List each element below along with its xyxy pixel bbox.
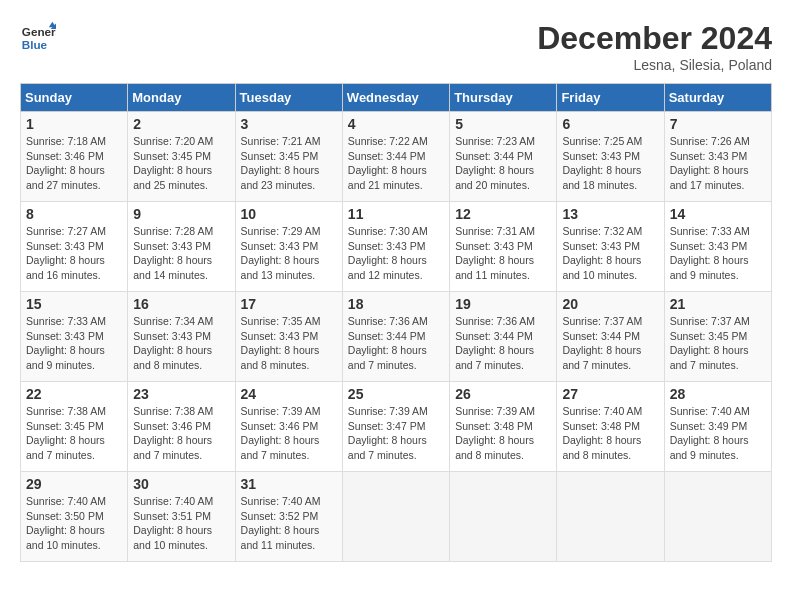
table-row (557, 472, 664, 562)
table-row: 11Sunrise: 7:30 AM Sunset: 3:43 PM Dayli… (342, 202, 449, 292)
logo: General Blue (20, 20, 56, 56)
calendar-table: Sunday Monday Tuesday Wednesday Thursday… (20, 83, 772, 562)
day-info: Sunrise: 7:40 AM Sunset: 3:48 PM Dayligh… (562, 404, 658, 463)
table-row: 16Sunrise: 7:34 AM Sunset: 3:43 PM Dayli… (128, 292, 235, 382)
table-row: 6Sunrise: 7:25 AM Sunset: 3:43 PM Daylig… (557, 112, 664, 202)
table-row: 26Sunrise: 7:39 AM Sunset: 3:48 PM Dayli… (450, 382, 557, 472)
table-row: 8Sunrise: 7:27 AM Sunset: 3:43 PM Daylig… (21, 202, 128, 292)
table-row (342, 472, 449, 562)
day-number: 19 (455, 296, 551, 312)
day-number: 7 (670, 116, 766, 132)
table-row: 2Sunrise: 7:20 AM Sunset: 3:45 PM Daylig… (128, 112, 235, 202)
day-number: 10 (241, 206, 337, 222)
day-info: Sunrise: 7:40 AM Sunset: 3:49 PM Dayligh… (670, 404, 766, 463)
day-number: 16 (133, 296, 229, 312)
day-number: 3 (241, 116, 337, 132)
day-number: 28 (670, 386, 766, 402)
day-info: Sunrise: 7:36 AM Sunset: 3:44 PM Dayligh… (455, 314, 551, 373)
day-number: 25 (348, 386, 444, 402)
day-number: 26 (455, 386, 551, 402)
calendar-week-row: 29Sunrise: 7:40 AM Sunset: 3:50 PM Dayli… (21, 472, 772, 562)
table-row: 24Sunrise: 7:39 AM Sunset: 3:46 PM Dayli… (235, 382, 342, 472)
col-sunday: Sunday (21, 84, 128, 112)
col-friday: Friday (557, 84, 664, 112)
table-row: 5Sunrise: 7:23 AM Sunset: 3:44 PM Daylig… (450, 112, 557, 202)
title-block: December 2024 Lesna, Silesia, Poland (537, 20, 772, 73)
table-row: 20Sunrise: 7:37 AM Sunset: 3:44 PM Dayli… (557, 292, 664, 382)
location-subtitle: Lesna, Silesia, Poland (537, 57, 772, 73)
table-row (664, 472, 771, 562)
day-number: 17 (241, 296, 337, 312)
day-info: Sunrise: 7:26 AM Sunset: 3:43 PM Dayligh… (670, 134, 766, 193)
calendar-header-row: Sunday Monday Tuesday Wednesday Thursday… (21, 84, 772, 112)
table-row: 25Sunrise: 7:39 AM Sunset: 3:47 PM Dayli… (342, 382, 449, 472)
page-header: General Blue December 2024 Lesna, Silesi… (20, 20, 772, 73)
day-info: Sunrise: 7:32 AM Sunset: 3:43 PM Dayligh… (562, 224, 658, 283)
col-monday: Monday (128, 84, 235, 112)
day-number: 6 (562, 116, 658, 132)
day-number: 27 (562, 386, 658, 402)
day-number: 31 (241, 476, 337, 492)
day-info: Sunrise: 7:35 AM Sunset: 3:43 PM Dayligh… (241, 314, 337, 373)
table-row: 1Sunrise: 7:18 AM Sunset: 3:46 PM Daylig… (21, 112, 128, 202)
day-number: 11 (348, 206, 444, 222)
day-info: Sunrise: 7:36 AM Sunset: 3:44 PM Dayligh… (348, 314, 444, 373)
day-info: Sunrise: 7:40 AM Sunset: 3:52 PM Dayligh… (241, 494, 337, 553)
calendar-week-row: 15Sunrise: 7:33 AM Sunset: 3:43 PM Dayli… (21, 292, 772, 382)
day-number: 18 (348, 296, 444, 312)
calendar-week-row: 8Sunrise: 7:27 AM Sunset: 3:43 PM Daylig… (21, 202, 772, 292)
logo-icon: General Blue (20, 20, 56, 56)
day-number: 15 (26, 296, 122, 312)
day-info: Sunrise: 7:22 AM Sunset: 3:44 PM Dayligh… (348, 134, 444, 193)
table-row: 14Sunrise: 7:33 AM Sunset: 3:43 PM Dayli… (664, 202, 771, 292)
table-row: 15Sunrise: 7:33 AM Sunset: 3:43 PM Dayli… (21, 292, 128, 382)
day-info: Sunrise: 7:38 AM Sunset: 3:46 PM Dayligh… (133, 404, 229, 463)
day-number: 2 (133, 116, 229, 132)
day-number: 1 (26, 116, 122, 132)
col-wednesday: Wednesday (342, 84, 449, 112)
day-number: 5 (455, 116, 551, 132)
calendar-week-row: 1Sunrise: 7:18 AM Sunset: 3:46 PM Daylig… (21, 112, 772, 202)
day-info: Sunrise: 7:25 AM Sunset: 3:43 PM Dayligh… (562, 134, 658, 193)
day-info: Sunrise: 7:33 AM Sunset: 3:43 PM Dayligh… (670, 224, 766, 283)
table-row: 21Sunrise: 7:37 AM Sunset: 3:45 PM Dayli… (664, 292, 771, 382)
table-row: 30Sunrise: 7:40 AM Sunset: 3:51 PM Dayli… (128, 472, 235, 562)
day-info: Sunrise: 7:20 AM Sunset: 3:45 PM Dayligh… (133, 134, 229, 193)
col-thursday: Thursday (450, 84, 557, 112)
day-number: 8 (26, 206, 122, 222)
day-number: 24 (241, 386, 337, 402)
day-number: 29 (26, 476, 122, 492)
table-row: 31Sunrise: 7:40 AM Sunset: 3:52 PM Dayli… (235, 472, 342, 562)
col-saturday: Saturday (664, 84, 771, 112)
svg-text:Blue: Blue (22, 38, 48, 51)
day-number: 4 (348, 116, 444, 132)
day-info: Sunrise: 7:21 AM Sunset: 3:45 PM Dayligh… (241, 134, 337, 193)
day-number: 20 (562, 296, 658, 312)
col-tuesday: Tuesday (235, 84, 342, 112)
day-info: Sunrise: 7:40 AM Sunset: 3:51 PM Dayligh… (133, 494, 229, 553)
day-info: Sunrise: 7:28 AM Sunset: 3:43 PM Dayligh… (133, 224, 229, 283)
table-row: 22Sunrise: 7:38 AM Sunset: 3:45 PM Dayli… (21, 382, 128, 472)
day-info: Sunrise: 7:31 AM Sunset: 3:43 PM Dayligh… (455, 224, 551, 283)
day-info: Sunrise: 7:37 AM Sunset: 3:44 PM Dayligh… (562, 314, 658, 373)
day-info: Sunrise: 7:39 AM Sunset: 3:47 PM Dayligh… (348, 404, 444, 463)
table-row: 12Sunrise: 7:31 AM Sunset: 3:43 PM Dayli… (450, 202, 557, 292)
calendar-week-row: 22Sunrise: 7:38 AM Sunset: 3:45 PM Dayli… (21, 382, 772, 472)
month-title: December 2024 (537, 20, 772, 57)
day-number: 9 (133, 206, 229, 222)
day-number: 22 (26, 386, 122, 402)
table-row: 28Sunrise: 7:40 AM Sunset: 3:49 PM Dayli… (664, 382, 771, 472)
day-number: 13 (562, 206, 658, 222)
day-info: Sunrise: 7:23 AM Sunset: 3:44 PM Dayligh… (455, 134, 551, 193)
day-number: 14 (670, 206, 766, 222)
table-row: 10Sunrise: 7:29 AM Sunset: 3:43 PM Dayli… (235, 202, 342, 292)
table-row: 19Sunrise: 7:36 AM Sunset: 3:44 PM Dayli… (450, 292, 557, 382)
day-info: Sunrise: 7:33 AM Sunset: 3:43 PM Dayligh… (26, 314, 122, 373)
day-info: Sunrise: 7:18 AM Sunset: 3:46 PM Dayligh… (26, 134, 122, 193)
table-row: 9Sunrise: 7:28 AM Sunset: 3:43 PM Daylig… (128, 202, 235, 292)
table-row: 13Sunrise: 7:32 AM Sunset: 3:43 PM Dayli… (557, 202, 664, 292)
day-info: Sunrise: 7:37 AM Sunset: 3:45 PM Dayligh… (670, 314, 766, 373)
day-info: Sunrise: 7:27 AM Sunset: 3:43 PM Dayligh… (26, 224, 122, 283)
day-info: Sunrise: 7:40 AM Sunset: 3:50 PM Dayligh… (26, 494, 122, 553)
day-info: Sunrise: 7:30 AM Sunset: 3:43 PM Dayligh… (348, 224, 444, 283)
